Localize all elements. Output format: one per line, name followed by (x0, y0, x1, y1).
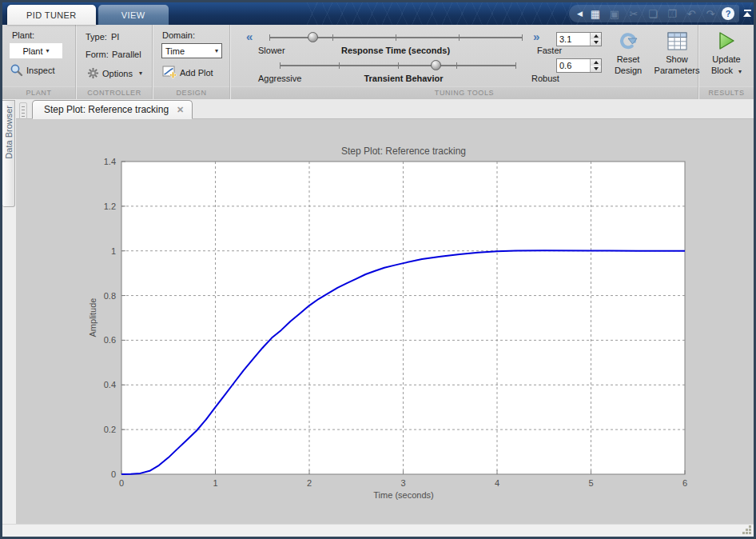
transient-behavior-slider[interactable] (280, 65, 515, 66)
show-parameters-label-1: Show (655, 54, 700, 66)
y-tick-label: 0.2 (104, 425, 116, 434)
show-parameters-label-2: Parameters (655, 66, 700, 77)
spin-down-icon (594, 67, 599, 70)
quick-access-toolbar: ◀ ▦ ▣ ✂ ❏ ❐ ↶ ↷ ? (569, 5, 739, 22)
parameters-table-icon (667, 32, 687, 50)
faster-step-icon[interactable]: » (533, 32, 539, 42)
step-plot-chart[interactable]: 012345600.20.40.60.811.21.4 Step Plot: R… (16, 119, 754, 524)
document-tabbar: Step Plot: Reference tracking ✕ (16, 99, 754, 119)
data-browser-tab[interactable]: Data Browser (2, 100, 15, 207)
step-plot-tab[interactable]: Step Plot: Reference tracking ✕ (32, 100, 193, 119)
transient-behavior-slider-handle[interactable] (431, 60, 441, 70)
response-time-input[interactable] (557, 33, 590, 46)
update-block-label-2: Block (711, 66, 733, 75)
tab-view[interactable]: VIEW (98, 5, 169, 25)
domain-dropdown[interactable]: Time ▾ (161, 43, 222, 58)
type-value: PI (111, 32, 119, 42)
plot-figure: 012345600.20.40.60.811.21.4 Step Plot: R… (16, 119, 754, 524)
response-time-spin-up[interactable] (591, 33, 601, 39)
minimize-ribbon-icon[interactable] (741, 5, 754, 21)
layout-icon[interactable]: ▦ (587, 6, 603, 21)
gear-icon (87, 67, 99, 79)
close-icon[interactable]: ✕ (177, 105, 184, 115)
slower-step-icon[interactable]: « (246, 32, 253, 42)
y-tick-label: 1.4 (104, 157, 116, 166)
slower-label: Slower (258, 46, 285, 55)
y-tick-label: 0 (111, 469, 116, 479)
workspace: Data Browser Step Plot: Reference tracki… (2, 99, 754, 524)
slider-tick (280, 62, 281, 69)
slider-tick (269, 34, 270, 41)
transient-behavior-spinner (556, 58, 602, 73)
aggressive-label: Aggressive (258, 74, 301, 83)
undo-icon[interactable]: ↶ (683, 6, 699, 21)
save-icon[interactable]: ▣ (607, 6, 623, 21)
transient-behavior-input[interactable] (557, 59, 590, 72)
help-icon[interactable]: ? (722, 7, 734, 20)
panel-results: Update Block ▾ RESULTS (698, 25, 754, 99)
x-tick-label: 5 (588, 478, 593, 488)
slider-tick (398, 62, 399, 69)
domain-dropdown-value: Time (165, 46, 185, 56)
slider-tick (396, 34, 396, 41)
plant-dropdown[interactable]: Plant ▾ (10, 43, 62, 58)
panel-tuning-tools: « » Slower Response Time (seconds) Faste… (230, 25, 698, 99)
chart-ylabel: Amplitude (88, 298, 97, 337)
chevron-down-icon: ▾ (738, 68, 742, 75)
spin-down-icon (594, 41, 599, 44)
response-time-spin-down[interactable] (591, 39, 601, 46)
reset-design-button[interactable]: Reset Design (605, 26, 651, 85)
slider-tick (332, 34, 333, 41)
paste-icon[interactable]: ❐ (664, 6, 680, 21)
plant-dropdown-value: Plant (22, 46, 42, 56)
slider-tick (459, 34, 460, 41)
chevron-down-icon: ▾ (46, 47, 50, 54)
panel-tuning-title: TUNING TOOLS (231, 86, 698, 99)
x-tick-label: 2 (307, 478, 312, 488)
response-time-spinner (556, 32, 602, 46)
chevron-down-icon: ▾ (139, 70, 142, 77)
options-button[interactable]: Options ▾ (87, 67, 142, 79)
minimize-ribbon-triangle (743, 12, 751, 17)
pid-tuner-window: PID TUNER VIEW ◀ ▦ ▣ ✂ ❏ ❐ ↶ ↷ ? Plant: … (0, 0, 756, 539)
form-value: Parallel (112, 50, 141, 59)
inspect-button[interactable]: Inspect (10, 63, 54, 77)
statusbar (2, 524, 754, 537)
titlebar: PID TUNER VIEW ◀ ▦ ▣ ✂ ❏ ❐ ↶ ↷ ? (2, 2, 754, 25)
add-plot-button[interactable]: Add Plot (162, 66, 213, 79)
y-tick-label: 0.6 (104, 335, 116, 345)
y-tick-label: 0.4 (104, 380, 116, 389)
response-time-slider[interactable] (269, 37, 522, 38)
x-tick-label: 6 (682, 478, 687, 488)
faster-label: Faster (537, 46, 562, 55)
tab-view-label: VIEW (121, 10, 145, 20)
cut-icon[interactable]: ✂ (626, 6, 642, 21)
x-tick-label: 0 (119, 478, 124, 488)
panel-plant-title: PLANT (2, 86, 75, 99)
data-browser-strip: Data Browser (2, 99, 16, 524)
slider-tick (456, 62, 457, 69)
reset-design-label-2: Design (615, 66, 642, 77)
panel-plant: Plant: Plant ▾ Inspect PLANT (2, 25, 76, 99)
transient-spin-up[interactable] (591, 59, 601, 66)
update-block-button[interactable]: Update Block ▾ (702, 26, 751, 85)
qat-handle-icon: ◀ (577, 10, 583, 18)
ribbon-toolbar: Plant: Plant ▾ Inspect PLANT Type: (2, 25, 754, 99)
update-block-label-1: Update (711, 54, 742, 66)
reset-undo-icon (618, 31, 639, 50)
show-parameters-button[interactable]: Show Parameters (652, 26, 702, 85)
transient-spin-down[interactable] (591, 66, 601, 72)
tab-pid-tuner[interactable]: PID TUNER (7, 5, 96, 25)
y-tick-label: 1 (111, 246, 116, 256)
reset-design-label-1: Reset (615, 54, 642, 66)
data-browser-label: Data Browser (4, 106, 14, 159)
resize-grip-icon[interactable] (742, 525, 752, 535)
spin-up-icon (594, 61, 599, 64)
redo-icon[interactable]: ↷ (702, 6, 718, 21)
response-time-slider-handle[interactable] (308, 32, 318, 42)
panel-controller: Type: PI Form: Parallel (76, 25, 153, 99)
copy-icon[interactable]: ❏ (645, 6, 661, 21)
x-tick-label: 1 (213, 478, 217, 488)
inspect-label: Inspect (26, 66, 54, 75)
add-plot-icon (162, 66, 177, 79)
